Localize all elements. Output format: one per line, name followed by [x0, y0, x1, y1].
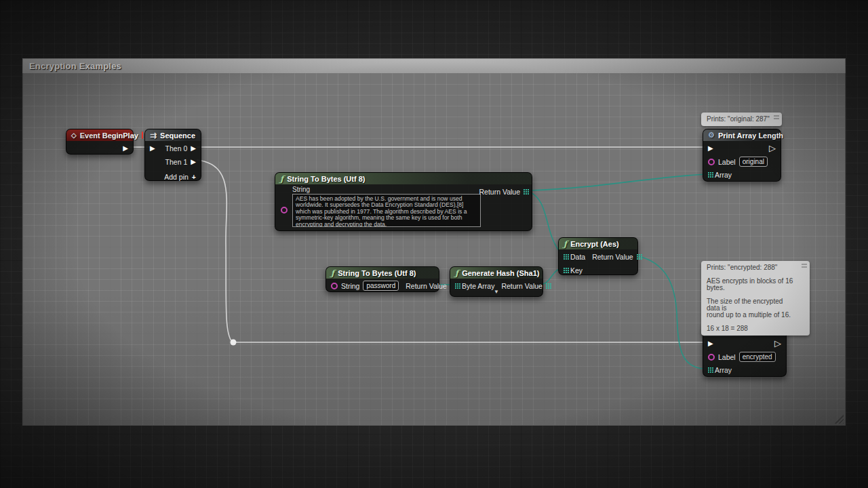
function-icon: ƒ — [564, 239, 567, 249]
string-pin-label: String — [292, 186, 310, 193]
return-value-label: Return Value — [592, 253, 633, 261]
node-header: ƒ Generate Hash (Sha1) — [450, 267, 542, 279]
array-pin-label: Array — [715, 171, 732, 179]
key-pin-icon[interactable] — [564, 268, 565, 269]
string-text-input[interactable]: AES has been adopted by the U.S. governm… — [292, 194, 481, 227]
node-header: ◇ Event BeginPlay — [66, 129, 133, 141]
array-pin-icon[interactable] — [524, 189, 525, 190]
node-header: ⇉ Sequence — [145, 129, 201, 141]
function-icon: ƒ — [331, 268, 334, 278]
add-pin-label: Add pin — [164, 173, 189, 181]
node-title: Generate Hash (Sha1) — [462, 269, 539, 277]
label-pin-label: Label — [718, 158, 736, 166]
node-print-array-length-1[interactable]: ⚙ Print Array Length ▶ ▷ Label original … — [703, 129, 781, 182]
label-pin[interactable] — [708, 159, 715, 165]
wire-array-stb1-printarraylength1[interactable] — [530, 174, 707, 190]
exec-out-pin[interactable]: ▷ — [769, 144, 776, 152]
collapse-pins-arrow-icon[interactable]: ▼ — [450, 289, 542, 296]
string-pin[interactable] — [281, 207, 288, 214]
array-pin-label: Array — [715, 366, 732, 374]
then0-label: Then 0 — [165, 144, 188, 152]
node-comment-bubble-encrypted: Prints: "encrypted: 288" AES encrypts in… — [701, 261, 810, 336]
key-label: Key — [570, 266, 583, 274]
label-pin-label: Label — [718, 353, 736, 361]
string-text-input[interactable]: password — [363, 281, 399, 291]
exec-in-pin[interactable]: ▶ — [708, 340, 713, 347]
label-pin[interactable] — [708, 354, 715, 361]
node-string-to-bytes-utf8-2[interactable]: ƒ String To Bytes (Utf 8) String passwor… — [326, 266, 439, 292]
wire-layer — [0, 0, 868, 488]
bubble-text: Prints: "original: 287" — [707, 115, 770, 123]
node-event-beginplay[interactable]: ◇ Event BeginPlay ▶ — [66, 129, 134, 155]
node-header: ⚙ Print Array Length — [703, 129, 781, 141]
node-title: String To Bytes (Utf 8) — [287, 175, 365, 183]
bubble-pin-icon[interactable] — [802, 264, 807, 269]
return-value-label: Return Value — [406, 282, 447, 290]
gear-icon: ⚙ — [708, 131, 715, 139]
event-icon: ◇ — [71, 131, 77, 139]
then1-label: Then 1 — [165, 158, 188, 166]
add-pin-icon[interactable]: + — [192, 173, 196, 181]
label-text-input[interactable]: encrypted — [739, 352, 776, 362]
byte-array-label: Byte Array — [462, 282, 494, 290]
wire-array-stb1-encrypt-data[interactable] — [530, 192, 562, 255]
event-flag-icon — [142, 131, 143, 139]
byte-array-pin-icon[interactable] — [455, 283, 456, 285]
label-text-input[interactable]: original — [739, 157, 768, 167]
node-title: Encrypt (Aes) — [570, 240, 619, 248]
node-generate-hash-sha1[interactable]: ƒ Generate Hash (Sha1) Byte Array Return… — [450, 266, 543, 297]
node-header: ƒ String To Bytes (Utf 8) — [326, 267, 439, 279]
array-pin-icon[interactable] — [708, 172, 709, 174]
string-pin-label: String — [341, 282, 359, 290]
then1-exec-out-pin[interactable]: ▶ — [191, 159, 196, 165]
array-pin-icon[interactable] — [637, 254, 638, 256]
data-pin-icon[interactable] — [564, 254, 565, 256]
blueprint-graph-canvas[interactable]: Encryption Examples ◇ Event BeginPlay ▶ … — [0, 0, 868, 488]
array-pin-icon[interactable] — [708, 367, 709, 369]
exec-in-pin[interactable]: ▶ — [150, 145, 155, 152]
node-comment-bubble-original: Prints: "original: 287" — [701, 113, 782, 126]
node-header: ƒ Encrypt (Aes) — [559, 238, 637, 249]
node-sequence[interactable]: ⇉ Sequence ▶ Then 0 ▶ Then 1 ▶ Add pin + — [144, 129, 201, 181]
sequence-icon: ⇉ — [150, 131, 157, 140]
bubble-text: Prints: "encrypted: 288" AES encrypts in… — [707, 264, 793, 332]
node-title: String To Bytes (Utf 8) — [338, 269, 416, 277]
node-string-to-bytes-utf8-1[interactable]: ƒ String To Bytes (Utf 8) String AES has… — [275, 172, 532, 231]
array-pin-icon[interactable] — [546, 283, 547, 285]
node-title: Print Array Length — [718, 131, 783, 140]
exec-out-pin[interactable]: ▷ — [774, 339, 781, 348]
then0-exec-out-pin[interactable]: ▶ — [191, 145, 196, 152]
node-title: Sequence — [160, 131, 195, 140]
return-value-label: Return Value — [479, 188, 520, 196]
node-header: ƒ String To Bytes (Utf 8) — [275, 173, 532, 184]
reroute-node[interactable] — [231, 340, 237, 346]
node-encrypt-aes[interactable]: ƒ Encrypt (Aes) Data Return Value Key — [558, 237, 638, 275]
function-icon: ƒ — [455, 268, 458, 278]
wire-array-encrypt-printarraylength2[interactable] — [635, 256, 705, 369]
string-pin[interactable] — [331, 283, 338, 289]
bubble-pin-icon[interactable] — [774, 115, 779, 121]
data-label: Data — [570, 253, 585, 261]
node-title: Event BeginPlay — [80, 131, 138, 140]
function-icon: ƒ — [280, 174, 283, 184]
exec-out-pin[interactable]: ▶ — [123, 145, 128, 152]
return-value-label: Return Value — [501, 282, 542, 290]
exec-in-pin[interactable]: ▶ — [708, 145, 713, 152]
